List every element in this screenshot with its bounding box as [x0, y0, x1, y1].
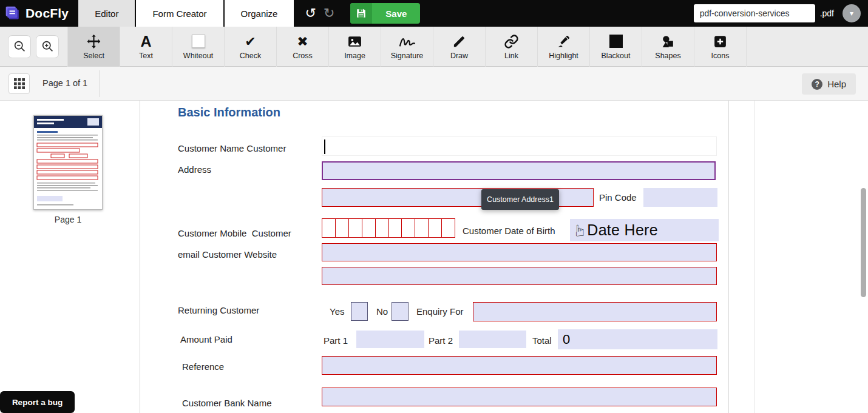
- email-website-label: email Customer Website: [178, 249, 277, 260]
- pin-code-field[interactable]: [643, 188, 717, 207]
- part1-label: Part 1: [324, 335, 348, 346]
- editor-content: Page 1 Basic Information Customer Name C…: [0, 101, 868, 413]
- part1-field[interactable]: [356, 331, 424, 348]
- tool-text[interactable]: A Text: [120, 27, 172, 67]
- tool-label: Whiteout: [183, 52, 213, 60]
- pin-code-label: Pin Code: [599, 192, 637, 203]
- reference-field[interactable]: [322, 356, 717, 375]
- reference-label: Reference: [182, 361, 224, 372]
- part2-label: Part 2: [429, 335, 453, 346]
- image-icon: [347, 33, 362, 50]
- no-checkbox[interactable]: [392, 302, 409, 321]
- tab-editor[interactable]: Editor: [78, 0, 135, 27]
- help-question-icon: ?: [812, 79, 822, 90]
- redo-icon[interactable]: ↻: [324, 7, 334, 20]
- docfly-logo-icon: [5, 5, 21, 22]
- docfly-logo[interactable]: DocFly: [0, 5, 75, 22]
- pencil-icon: [452, 33, 466, 50]
- page-thumbnail-preview: [34, 116, 102, 209]
- tool-label: Link: [504, 52, 518, 60]
- text-icon: A: [140, 33, 151, 50]
- whiteout-square-icon: [192, 33, 205, 50]
- main-tabs: Editor Form Creator Organize: [78, 0, 295, 27]
- date-of-birth-field[interactable]: ☞ Date Here: [570, 219, 719, 241]
- tab-form-creator[interactable]: Form Creator: [136, 0, 223, 27]
- customer-name-field[interactable]: [322, 136, 717, 156]
- vertical-scrollbar-thumb[interactable]: [861, 188, 866, 297]
- history-controls: ↺ ↻: [305, 7, 334, 20]
- save-label: Save: [372, 3, 420, 24]
- tool-label: Draw: [450, 52, 468, 60]
- zoom-in-button[interactable]: [36, 35, 59, 58]
- checkmark-icon: ✔: [245, 33, 256, 50]
- chevron-down-icon: ▾: [850, 9, 853, 18]
- tool-draw[interactable]: Draw: [433, 27, 486, 67]
- signature-squiggle-icon: [399, 33, 416, 50]
- tool-label: Highlight: [549, 52, 578, 60]
- tool-cross[interactable]: ✖ Cross: [277, 27, 329, 67]
- tab-organize[interactable]: Organize: [225, 0, 294, 27]
- customer-mobile-label: Customer Mobile Customer: [178, 228, 291, 238]
- mobile-comb-field[interactable]: [322, 218, 455, 238]
- tool-palette: Select A Text Whiteout ✔ Check ✖ Cross: [67, 27, 747, 67]
- pagebar-divider: [99, 70, 100, 97]
- page-indicator: Page 1 of 1: [42, 78, 87, 88]
- docfly-editor-app: DocFly Editor Form Creator Organize ↺ ↻: [0, 0, 868, 413]
- save-floppy-icon: [350, 3, 372, 24]
- tool-label: Image: [344, 52, 365, 60]
- hand-pointer-icon: ☞: [571, 223, 589, 237]
- total-label: Total: [532, 335, 552, 346]
- email-field[interactable]: [322, 243, 717, 261]
- tool-whiteout[interactable]: Whiteout: [172, 27, 225, 67]
- icons-plus-square-icon: [713, 33, 728, 50]
- zoom-controls: [0, 35, 59, 58]
- yes-checkbox[interactable]: [351, 302, 368, 321]
- part2-field[interactable]: [459, 331, 526, 348]
- account-dropdown-button[interactable]: ▾: [843, 4, 861, 22]
- save-button[interactable]: Save: [350, 3, 420, 24]
- document-canvas: Basic Information Customer Name Customer…: [161, 101, 729, 413]
- total-value: 0: [563, 332, 570, 348]
- report-a-bug-button[interactable]: Report a bug: [0, 391, 75, 413]
- tool-label: Shapes: [655, 52, 680, 60]
- thumbnails-panel: Page 1: [0, 101, 140, 413]
- editor-toolbar: Select A Text Whiteout ✔ Check ✖ Cross: [0, 27, 868, 67]
- thumbnail-page-label: Page 1: [33, 215, 103, 224]
- no-label: No: [376, 306, 388, 317]
- tool-link[interactable]: Link: [486, 27, 538, 67]
- tool-image[interactable]: Image: [329, 27, 381, 67]
- address-field-selected[interactable]: [322, 161, 716, 180]
- page-thumbnails-toggle-button[interactable]: [8, 73, 30, 94]
- tool-icons[interactable]: Icons: [694, 27, 747, 67]
- file-extension: .pdf: [820, 8, 834, 18]
- date-here-placeholder: Date Here: [587, 221, 658, 239]
- enquiry-for-field[interactable]: [473, 302, 717, 321]
- tool-highlight[interactable]: Highlight: [538, 27, 590, 67]
- zoom-out-button[interactable]: [8, 35, 31, 58]
- tool-check[interactable]: ✔ Check: [225, 27, 277, 67]
- help-label: Help: [827, 79, 846, 89]
- undo-icon[interactable]: ↺: [305, 7, 316, 20]
- total-field[interactable]: 0: [558, 329, 717, 349]
- bank-name-label: Customer Bank Name: [182, 398, 272, 408]
- tool-label: Icons: [711, 52, 730, 60]
- highlighter-icon: [556, 33, 571, 50]
- tool-shapes[interactable]: Shapes: [642, 27, 694, 67]
- returning-customer-label: Returning Customer: [178, 305, 259, 315]
- tool-label: Check: [240, 52, 261, 60]
- filename-input[interactable]: [694, 4, 815, 22]
- canvas-right-guide: [754, 101, 754, 413]
- tool-blackout[interactable]: Blackout: [590, 27, 642, 67]
- move-arrows-icon: [86, 33, 101, 50]
- website-field[interactable]: [322, 267, 717, 285]
- tool-signature[interactable]: Signature: [381, 27, 433, 67]
- tool-select[interactable]: Select: [68, 27, 120, 67]
- text-caret: [324, 139, 325, 154]
- grid-icon: [14, 78, 25, 89]
- tool-label: Blackout: [602, 52, 631, 60]
- bank-name-field[interactable]: [322, 388, 717, 406]
- help-button[interactable]: ? Help: [802, 73, 856, 95]
- enquiry-for-label: Enquiry For: [416, 306, 464, 317]
- page-thumbnail[interactable]: [33, 115, 103, 210]
- date-of-birth-label: Customer Date of Birth: [463, 226, 555, 236]
